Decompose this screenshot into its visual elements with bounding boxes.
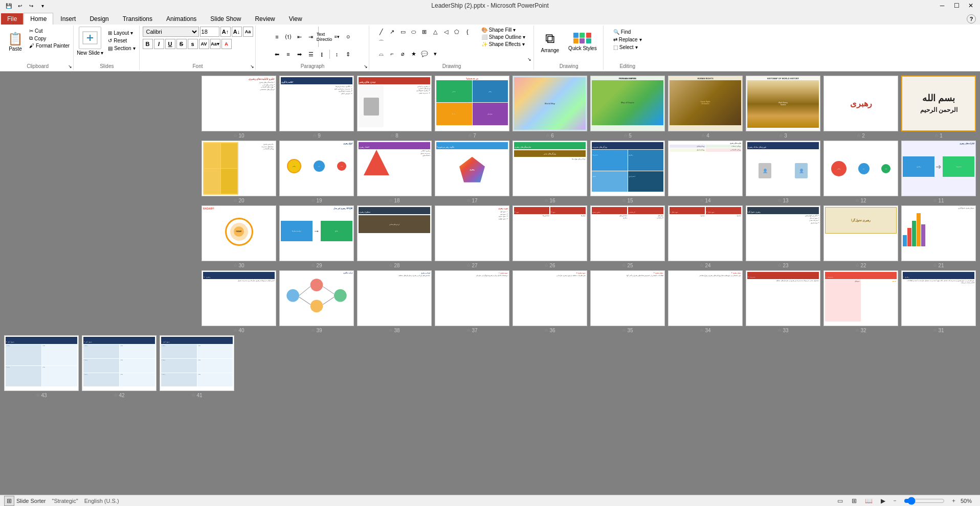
slide-thumb-36[interactable]: مورد رهبری ۵ بیان نظریات مختلف در مورد ر… — [513, 270, 587, 326]
slide-thumb-9[interactable]: خلاصه یادگیری! ۱. یادگیری بر پایه ارزش‌ه… — [279, 76, 354, 131]
layout-button[interactable]: ⊞ Layout ▾ — [106, 30, 137, 36]
zoom-minus[interactable]: － — [892, 497, 898, 504]
brace-tool[interactable]: { — [462, 27, 473, 37]
slide-star-30[interactable]: ☆ — [233, 263, 237, 268]
callout-tool[interactable]: 💬 — [419, 49, 430, 59]
drawing-expand[interactable]: ↘ — [527, 57, 531, 62]
slide-item-29[interactable]: EFQM رهبری ثمر مدل توانمندسازها → نتایج … — [279, 205, 354, 268]
reading-view-button[interactable]: 📖 — [863, 496, 874, 506]
slide-star-43[interactable]: ☆ — [36, 393, 40, 398]
slide-thumb-43[interactable]: جدول آمار ۳ ردیف ۱ مقدار ردیف ۲ مقدار — [4, 335, 79, 391]
shape-more[interactable]: ⊞ — [419, 27, 430, 37]
pentagon-tool[interactable]: ⬠ — [452, 27, 462, 37]
slide-item-4[interactable]: HUMAN RIGHTS Human RightsDeclaration ☆ 4 — [668, 76, 743, 139]
slide-star-42[interactable]: ☆ — [114, 393, 118, 398]
slide-item-25[interactable]: نقش رهبری شاخص‌هایرهبری اثربخشی معیارهای… — [590, 205, 665, 268]
slide-star-22[interactable]: ☆ — [855, 263, 859, 268]
undo-button[interactable]: ↩ — [15, 1, 25, 10]
slide-item-23[interactable]: رهبری تحول‌گرا • انگیزش الهام‌بخش • نفوذ… — [746, 205, 820, 268]
slide-thumb-7[interactable]: من چه هستم؟ مدیر رهبر ۲۰۱۰ سازمان — [435, 76, 509, 131]
section-button[interactable]: ▤ Section ▾ — [106, 45, 137, 52]
slide-thumb-2[interactable]: رهبری — [823, 76, 898, 131]
increase-font-button[interactable]: A↑ — [220, 27, 231, 37]
slide-item-14[interactable]: نظریه‌های رهبری رویکرد صفات رویکرد رفتار… — [668, 141, 743, 203]
slide-thumb-37[interactable]: مورد رهبری ۶ توضیحات کامل درباره رهبری ت… — [435, 270, 509, 326]
slide-item-42[interactable]: جدول آمار ۲ ردیف ۱ مقدار ردیف ۲ مقدار رد… — [82, 335, 157, 398]
slide-thumb-17[interactable]: چگونه رهبر می‌شویم؟ رهبری — [435, 141, 509, 196]
slide-star-14[interactable]: ☆ — [700, 198, 704, 203]
slide-star-12[interactable]: ☆ — [855, 198, 859, 203]
slide-thumb-20[interactable]: ماتریس رهبریسبک‌های مدیریترویکرد اقتضایی — [202, 141, 276, 196]
slide-item-31[interactable]: رهبری ۱ متن فارسی در مورد رهبری و مدیریت… — [901, 270, 976, 333]
slide-item-26[interactable]: مورد ۳ شاخص‌ها مورد ۴ معیارها ☆ 26 — [513, 205, 587, 268]
redo-button[interactable]: ↪ — [27, 1, 36, 10]
shadow-button[interactable]: s — [188, 39, 198, 49]
slide-star-18[interactable]: ☆ — [389, 198, 393, 203]
slide-item-35[interactable]: موارد رهبری ۴ اطلاعات تکمیلی در خصوص سبک… — [590, 270, 665, 333]
slide-thumb-18[interactable]: اعتماد رهبری رهبری اخلاقیمدیریت تحولاعتم… — [357, 141, 432, 196]
slide-star-4[interactable]: ☆ — [701, 133, 705, 138]
slide-item-7[interactable]: من چه هستم؟ مدیر رهبر ۲۰۱۰ سازمان ☆ 7 — [435, 76, 509, 139]
slide-thumb-35[interactable]: موارد رهبری ۴ اطلاعات تکمیلی در خصوص سبک… — [590, 270, 665, 326]
new-slide-button[interactable]: New Slide ▾ — [77, 27, 103, 56]
slide-star-5[interactable]: ☆ — [623, 133, 628, 138]
slide-thumb-33[interactable]: ۲- مدیریت محتوای متنی مربوط به مدیریت و … — [746, 270, 820, 326]
slide-item-36[interactable]: مورد رهبری ۵ بیان نظریات مختلف در مورد ر… — [513, 270, 587, 333]
slide-thumb-40[interactable]: رهبری ۸۱ آمار و ارقام مربوط به رهبری ساز… — [202, 270, 276, 326]
slide-star-8[interactable]: ☆ — [390, 133, 394, 138]
paragraph-expand[interactable]: ↘ — [364, 64, 368, 69]
shape-fill-button[interactable]: 🎨 Shape Fill ▾ — [480, 27, 527, 33]
paste-button[interactable]: 📋 Paste — [4, 27, 27, 57]
bullets-button[interactable]: ≡ — [272, 32, 282, 42]
slide-item-10[interactable]: علم و قابلیت‌های رهبری • شایستگی‌های رهب… — [202, 76, 276, 139]
slide-thumb-41[interactable]: جدول آمار ۱ ردیف ۱ مقدار ردیف ۲ مقدار رد… — [160, 335, 234, 391]
slide-thumb-6[interactable]: World Map — [513, 76, 587, 131]
add-col-button[interactable]: ⫿ — [317, 49, 327, 59]
slide-thumb-28[interactable]: سطوح رهبری ارزش‌های بنیادین — [357, 205, 432, 261]
slide-item-2[interactable]: رهبری ☆ 2 — [823, 76, 898, 139]
slide-item-40[interactable]: رهبری ۸۱ آمار و ارقام مربوط به رهبری ساز… — [202, 270, 276, 333]
slide-item-11[interactable]: اشارات‌های رهبری رهبری ➜ مدیریت — [901, 141, 976, 203]
slide-thumb-1[interactable]: بسم اللهالرحمن الرحيم — [901, 76, 976, 131]
slide-item-38[interactable]: ارزیابی رهبری شاخص‌های ارزیابی رهبری در … — [357, 270, 432, 333]
clipboard-expand[interactable]: ↘ — [68, 64, 72, 69]
new-slide-dropdown[interactable]: ▾ — [101, 50, 103, 56]
slide-thumb-39[interactable]: فرآیند یادگیری — [279, 270, 354, 326]
slide-item-18[interactable]: اعتماد رهبری رهبری اخلاقیمدیریت تحولاعتم… — [357, 141, 432, 203]
font-color-button[interactable]: A — [221, 39, 232, 49]
shape-outline-button[interactable]: ⬜ Shape Outline ▾ — [480, 34, 527, 40]
replace-button[interactable]: ⇄ Replace ▾ — [612, 36, 643, 43]
slide-item-17[interactable]: چگونه رهبر می‌شویم؟ رهبری ☆ 17 — [435, 141, 509, 203]
slide-item-27[interactable]: مورد رهبری ۱. مورد اول ۲. مورد دوم ۳. مو… — [435, 205, 509, 268]
rtriangle-tool[interactable]: ◁ — [441, 27, 451, 37]
tab-home[interactable]: Home — [24, 13, 53, 25]
arc-tool[interactable]: ⌒ — [376, 37, 387, 48]
slide-thumb-13[interactable]: تئوری‌های مبادله رهبری 👤 👤 — [746, 141, 820, 196]
slide-item-19[interactable]: انواع رهبری رهبر پیرو هدف ☆ 19 — [279, 141, 354, 203]
slide-star-17[interactable]: ☆ — [466, 198, 471, 203]
slide-thumb-12[interactable]: رهبر پیرو هدف — [823, 141, 898, 196]
slide-star-19[interactable]: ☆ — [311, 198, 315, 203]
increase-indent-button[interactable]: ⇥ — [306, 32, 316, 42]
quick-styles-button[interactable]: Quick Styles — [564, 27, 601, 57]
format-painter-button[interactable]: 🖌 Format Painter — [28, 42, 71, 49]
slide-item-5[interactable]: PERSIAN EMPIRE Map of Empire ☆ 5 — [590, 76, 665, 139]
slide-thumb-22[interactable]: رهبری تحول‌گرا — [823, 205, 898, 261]
tab-insert[interactable]: Insert — [54, 13, 82, 25]
slide-thumb-34[interactable]: موارد رهبری ۳ متن تفصیلی در مورد نظریه‌ه… — [668, 270, 743, 326]
slide-thumb-15[interactable]: ویژگی‌های مدیریت مدیریت رهبری هدف استرات… — [590, 141, 665, 196]
arrange-button[interactable]: ⧉ Arrange — [537, 27, 564, 57]
slide-star-7[interactable]: ☆ — [468, 133, 472, 138]
slide-item-41[interactable]: جدول آمار ۱ ردیف ۱ مقدار ردیف ۲ مقدار رد… — [160, 335, 234, 398]
slide-thumb-4[interactable]: HUMAN RIGHTS Human RightsDeclaration — [668, 76, 743, 131]
text-direction-button[interactable]: Text Direction — [321, 32, 331, 42]
slide-item-9[interactable]: خلاصه یادگیری! ۱. یادگیری بر پایه ارزش‌ه… — [279, 76, 354, 139]
save-qat-button[interactable]: 💾 — [4, 1, 13, 10]
slide-show-button[interactable]: ▶ — [878, 496, 888, 506]
slide-item-15[interactable]: ویژگی‌های مدیریت مدیریت رهبری هدف استرات… — [590, 141, 665, 203]
decrease-font-button[interactable]: A↓ — [232, 27, 242, 37]
select-button[interactable]: ⬚ Select ▾ — [612, 44, 643, 51]
slide-item-32[interactable]: ۱- مدیریت مورد اول تعریف ☆ 32 — [823, 270, 898, 333]
slide-item-3[interactable]: HISTOMAP OF WORLD HISTORY World HistoryT… — [746, 76, 820, 139]
slide-item-6[interactable]: World Map ☆ 6 — [513, 76, 587, 139]
